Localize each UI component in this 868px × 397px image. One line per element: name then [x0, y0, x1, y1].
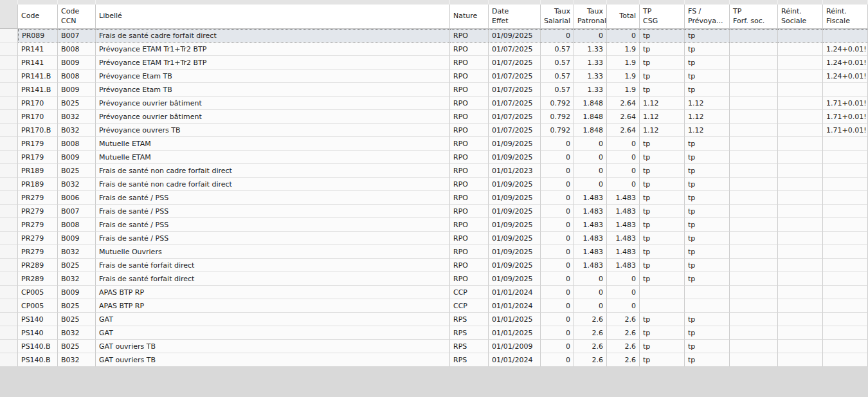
- cell-tp_csg[interactable]: tp: [640, 137, 685, 151]
- cell-total[interactable]: 2.64: [607, 124, 640, 137]
- cell-libelle[interactable]: Prévoyance Etam TB: [96, 69, 450, 83]
- cell-taux_salarial[interactable]: 0: [541, 340, 574, 353]
- cell-taux_salarial[interactable]: 0: [541, 259, 574, 272]
- cell-nature[interactable]: RPO: [450, 245, 489, 259]
- cell-date_effet[interactable]: 01/01/2024: [489, 286, 541, 299]
- cell-reint_sociale[interactable]: [778, 83, 823, 97]
- cell-code[interactable]: PR279: [18, 205, 58, 218]
- cell-code_ccn[interactable]: B032: [58, 326, 96, 340]
- cell-reint_fiscale[interactable]: [823, 218, 868, 232]
- cell-code_ccn[interactable]: B032: [58, 178, 96, 191]
- table-row[interactable]: PR179B008Mutuelle ETAMRPO01/09/2025000tp…: [0, 137, 868, 151]
- cell-tp_csg[interactable]: tp: [640, 353, 685, 367]
- cell-date_effet[interactable]: 01/09/2025: [489, 272, 541, 286]
- cell-code[interactable]: PR141: [18, 42, 58, 56]
- cell-reint_fiscale[interactable]: [823, 272, 868, 286]
- cell-total[interactable]: 0: [607, 272, 640, 286]
- cell-fs_prevoyance[interactable]: tp: [685, 245, 730, 259]
- cell-date_effet[interactable]: 01/07/2025: [489, 124, 541, 137]
- cell-code_ccn[interactable]: B025: [58, 299, 96, 313]
- cell-nature[interactable]: RPO: [450, 232, 489, 245]
- cell-reint_sociale[interactable]: [778, 191, 823, 205]
- cell-reint_fiscale[interactable]: [823, 205, 868, 218]
- col-header-reint_fiscale[interactable]: Réint. Fiscale: [823, 5, 868, 29]
- cell-libelle[interactable]: Frais de santé / PSS: [96, 218, 450, 232]
- cell-code_ccn[interactable]: B032: [58, 124, 96, 137]
- cell-taux_salarial[interactable]: 0.792: [541, 110, 574, 124]
- table-row[interactable]: PR289B032Frais de santé forfait directRP…: [0, 272, 868, 286]
- row-selector-cell[interactable]: [0, 29, 18, 42]
- cell-date_effet[interactable]: 01/09/2025: [489, 218, 541, 232]
- cell-date_effet[interactable]: 01/09/2025: [489, 137, 541, 151]
- cell-tp_csg[interactable]: [640, 286, 685, 299]
- cell-libelle[interactable]: Frais de santé / PSS: [96, 205, 450, 218]
- col-header-date_effet[interactable]: Date Effet: [489, 5, 541, 29]
- cell-reint_fiscale[interactable]: [823, 83, 868, 97]
- cell-code[interactable]: PR289: [18, 259, 58, 272]
- cell-reint_fiscale[interactable]: [823, 191, 868, 205]
- table-row[interactable]: PR141.BB008Prévoyance Etam TBRPO01/07/20…: [0, 69, 868, 83]
- cell-fs_prevoyance[interactable]: tp: [685, 83, 730, 97]
- cell-code[interactable]: PR189: [18, 164, 58, 178]
- cell-nature[interactable]: CCP: [450, 299, 489, 313]
- row-selector-cell[interactable]: [0, 313, 18, 326]
- cell-tp_forf_soc[interactable]: [730, 272, 778, 286]
- cell-fs_prevoyance[interactable]: tp: [685, 326, 730, 340]
- cell-nature[interactable]: RPS: [450, 313, 489, 326]
- cell-tp_csg[interactable]: 1.12: [640, 110, 685, 124]
- row-selector-cell[interactable]: [0, 137, 18, 151]
- cell-tp_forf_soc[interactable]: [730, 83, 778, 97]
- cell-tp_forf_soc[interactable]: [730, 245, 778, 259]
- cell-reint_sociale[interactable]: [778, 218, 823, 232]
- cell-total[interactable]: 1.9: [607, 83, 640, 97]
- cell-code[interactable]: PR289: [18, 272, 58, 286]
- cell-taux_salarial[interactable]: 0: [541, 245, 574, 259]
- cell-reint_sociale[interactable]: [778, 151, 823, 164]
- table-row[interactable]: PS140.BB025GAT ouvriers TBRPS01/01/20090…: [0, 340, 868, 353]
- cell-reint_fiscale[interactable]: 1.24+0.01!: [823, 69, 868, 83]
- cell-fs_prevoyance[interactable]: tp: [685, 353, 730, 367]
- cell-tp_csg[interactable]: tp: [640, 245, 685, 259]
- cell-reint_fiscale[interactable]: [823, 164, 868, 178]
- cell-reint_sociale[interactable]: [778, 259, 823, 272]
- cell-nature[interactable]: RPO: [450, 110, 489, 124]
- col-header-fs_prevoyance[interactable]: FS / Prévoya...: [685, 5, 730, 29]
- cell-tp_forf_soc[interactable]: [730, 326, 778, 340]
- cell-fs_prevoyance[interactable]: tp: [685, 137, 730, 151]
- row-selector-cell[interactable]: [0, 245, 18, 259]
- table-row[interactable]: CP005B025APAS BTP RPCCP01/01/2024000: [0, 299, 868, 313]
- row-selector-cell[interactable]: [0, 69, 18, 83]
- cell-reint_fiscale[interactable]: [823, 326, 868, 340]
- cell-reint_sociale[interactable]: [778, 137, 823, 151]
- cell-tp_forf_soc[interactable]: [730, 286, 778, 299]
- cell-fs_prevoyance[interactable]: tp: [685, 42, 730, 56]
- cell-fs_prevoyance[interactable]: tp: [685, 191, 730, 205]
- cell-taux_patronal[interactable]: 1.483: [574, 232, 607, 245]
- table-row[interactable]: CP005B009APAS BTP RPCCP01/01/2024000: [0, 286, 868, 299]
- cell-code_ccn[interactable]: B025: [58, 313, 96, 326]
- col-header-code[interactable]: Code: [18, 5, 58, 29]
- cell-nature[interactable]: RPO: [450, 83, 489, 97]
- cell-total[interactable]: 2.6: [607, 313, 640, 326]
- cell-code_ccn[interactable]: B008: [58, 137, 96, 151]
- cell-taux_patronal[interactable]: 1.483: [574, 245, 607, 259]
- cell-tp_csg[interactable]: tp: [640, 272, 685, 286]
- cell-fs_prevoyance[interactable]: tp: [685, 232, 730, 245]
- cell-reint_sociale[interactable]: [778, 313, 823, 326]
- cell-taux_salarial[interactable]: 0: [541, 137, 574, 151]
- cell-tp_csg[interactable]: 1.12: [640, 124, 685, 137]
- cell-taux_patronal[interactable]: 1.33: [574, 83, 607, 97]
- cell-fs_prevoyance[interactable]: 1.12: [685, 110, 730, 124]
- cell-taux_patronal[interactable]: 0: [574, 29, 607, 42]
- cell-fs_prevoyance[interactable]: tp: [685, 313, 730, 326]
- cell-taux_salarial[interactable]: 0: [541, 29, 574, 42]
- cell-tp_csg[interactable]: tp: [640, 42, 685, 56]
- row-selector-cell[interactable]: [0, 42, 18, 56]
- cell-taux_salarial[interactable]: 0.792: [541, 124, 574, 137]
- cell-tp_csg[interactable]: tp: [640, 56, 685, 69]
- row-selector-cell[interactable]: [0, 151, 18, 164]
- row-selector-cell[interactable]: [0, 340, 18, 353]
- cell-code_ccn[interactable]: B032: [58, 272, 96, 286]
- cell-libelle[interactable]: Mutuelle ETAM: [96, 137, 450, 151]
- col-header-nature[interactable]: Nature: [450, 5, 489, 29]
